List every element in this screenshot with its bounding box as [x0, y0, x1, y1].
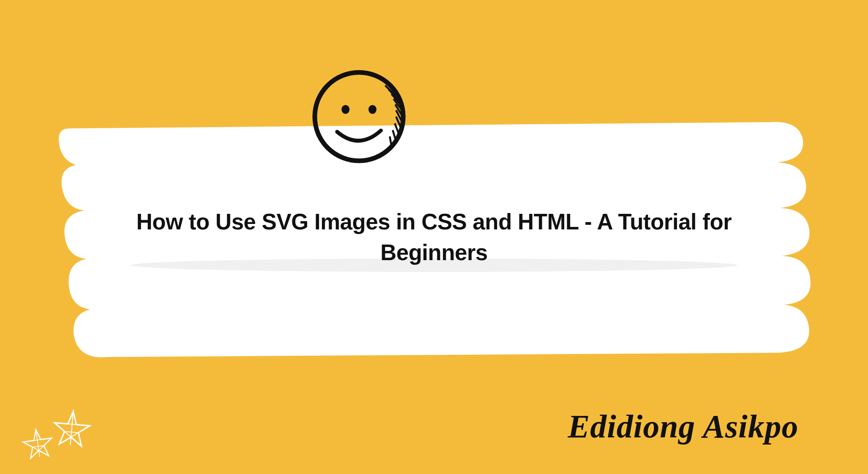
svg-point-13 — [369, 105, 377, 114]
author-signature: Edidiong Asikpo — [568, 407, 798, 445]
page-title: How to Use SVG Images in CSS and HTML - … — [105, 206, 763, 268]
svg-line-23 — [68, 424, 76, 425]
svg-point-1 — [315, 72, 403, 161]
svg-point-12 — [342, 105, 350, 114]
smiley-face-icon — [308, 65, 411, 168]
double-star-icon — [19, 405, 103, 463]
